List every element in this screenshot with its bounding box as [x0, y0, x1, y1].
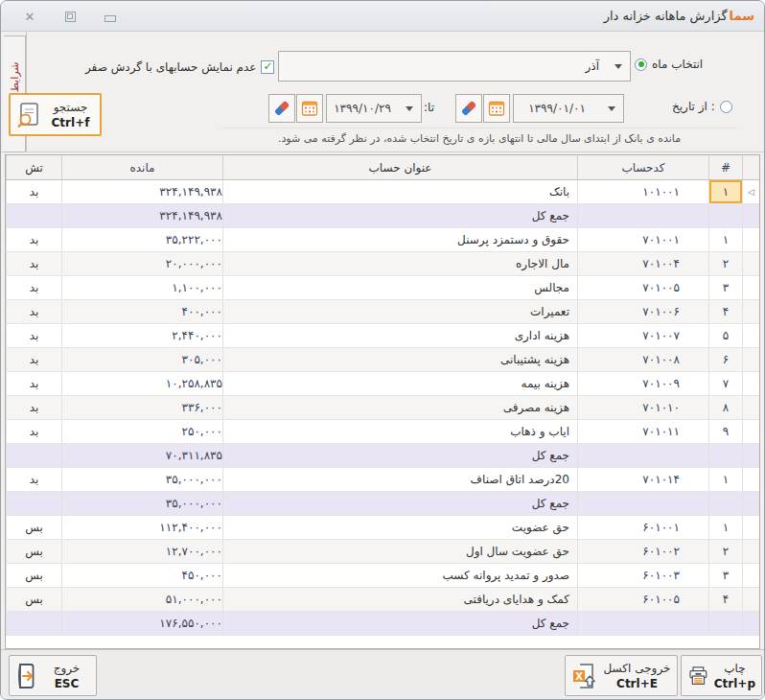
grid-header: # کدحساب عنوان حساب مانده تش: [6, 155, 759, 180]
balance-cell: ۱,۱۰۰,۰۰۰: [61, 276, 222, 299]
type-cell: [6, 612, 61, 635]
table-row[interactable]: ۳ ۷۰۱۰۰۵ مجالس ۱,۱۰۰,۰۰۰ بد: [6, 276, 759, 300]
account-title-cell: مال الاجاره: [222, 252, 577, 275]
row-number-cell: ۷: [708, 372, 742, 395]
month-select[interactable]: آذر: [278, 51, 631, 82]
table-row[interactable]: ۴ ۶۰۱۰۰۵ کمک و هدایای دریافتی ۵۱,۰۰۰,۰۰۰…: [6, 588, 759, 612]
row-selector-icon: [742, 372, 759, 395]
search-conditions-panel: شرایط جستجو انتخاب ماه آذر عدم نمایش حسا…: [1, 32, 764, 152]
row-number-cell: ۱: [708, 468, 742, 491]
chevron-down-icon: [406, 106, 413, 111]
search-button-shortcut: Ctrl+f: [52, 116, 90, 129]
type-cell: بس: [6, 564, 61, 587]
type-cell: بس: [6, 588, 61, 611]
type-cell: [6, 492, 61, 515]
account-code-cell: ۷۰۱۰۰۷: [577, 324, 708, 347]
account-code-cell: ۶۰۱۰۰۱: [577, 516, 708, 539]
balance-cell: ۳۳۶,۰۰۰: [61, 396, 222, 419]
account-code-cell: ۶۰۱۰۰۲: [577, 540, 708, 563]
header-account-code[interactable]: کدحساب: [577, 155, 708, 179]
row-number-cell: ۴: [708, 588, 742, 611]
window-title: گزارش ماهانه خزانه دار: [604, 9, 728, 23]
print-button-label: چاپ: [724, 662, 745, 675]
exit-button[interactable]: خروج ESC: [9, 655, 97, 696]
account-code-cell: [577, 492, 708, 515]
header-account-title[interactable]: عنوان حساب: [222, 155, 577, 179]
to-date-clear-button[interactable]: [268, 94, 295, 123]
from-date-field[interactable]: ۱۳۹۹/۰۱/۰۱: [513, 94, 624, 123]
calendar-icon: [301, 100, 318, 117]
balance-cell: ۷۰,۳۱۱,۸۳۵: [61, 444, 222, 467]
balance-cell: ۳۲۴,۱۴۹,۹۳۸: [61, 204, 222, 227]
row-selector-icon: [742, 252, 759, 275]
account-title-cell: کمک و هدایای دریافتی: [222, 588, 577, 611]
window-controls: ✕: [22, 1, 118, 32]
table-row[interactable]: جمع کل ۳۵,۰۰۰,۰۰۰: [6, 492, 759, 516]
table-row[interactable]: ◁ ۱ ۱۰۱۰۰۱ بانک ۳۲۴,۱۴۹,۹۳۸ بد: [6, 180, 759, 204]
table-row[interactable]: جمع کل ۱۷۶,۵۵۰,۰۰۰: [6, 612, 759, 636]
date-radio[interactable]: [720, 101, 732, 113]
hide-zero-checkbox-row[interactable]: عدم نمایش حسابهای با گردش صفر ✓: [85, 60, 274, 74]
search-icon: [16, 102, 41, 128]
table-row[interactable]: ۸ ۷۰۱۰۱۰ هزینه مصرفی ۳۳۶,۰۰۰ بد: [6, 396, 759, 420]
to-date-field[interactable]: ۱۳۹۹/۱۰/۲۹: [326, 94, 422, 123]
table-row[interactable]: ۱ ۷۰۱۰۱۴ 20درصد اتاق اصناف ۳۵,۰۰۰,۰۰۰ بد: [6, 468, 759, 492]
table-row[interactable]: ۲ ۶۰۱۰۰۲ حق عضویت سال اول ۱۲,۷۰۰,۰۰۰ بس: [6, 540, 759, 564]
row-number-cell: ۱: [708, 180, 742, 203]
row-selector-icon: [742, 612, 759, 635]
printer-icon: [687, 663, 709, 689]
row-number-cell: ۴: [708, 300, 742, 323]
table-row[interactable]: ۴ ۷۰۱۰۰۶ تعمیرات ۴۰۰,۰۰۰ بد: [6, 300, 759, 324]
type-cell: بد: [6, 420, 61, 443]
table-row[interactable]: ۶ ۷۰۱۰۰۸ هزینه پشتیبانی ۳۰۵,۰۰۰ بد: [6, 348, 759, 372]
account-title-cell: حق عضویت سال اول: [222, 540, 577, 563]
hide-zero-checkbox-label: عدم نمایش حسابهای با گردش صفر: [85, 60, 256, 74]
chevron-down-icon: [614, 64, 622, 69]
account-code-cell: ۷۰۱۰۰۱: [577, 228, 708, 251]
balance-cell: ۲۰,۰۰۰,۰۰۰: [61, 252, 222, 275]
type-cell: بد: [6, 276, 61, 299]
balance-cell: ۱۲,۷۰۰,۰۰۰: [61, 540, 222, 563]
date-radio-group: از تاریخ :: [672, 100, 732, 113]
balance-cell: ۳۰۵,۰۰۰: [61, 348, 222, 371]
svg-text:X: X: [575, 670, 583, 681]
table-row[interactable]: جمع کل ۳۲۴,۱۴۹,۹۳۸: [6, 204, 759, 228]
search-button[interactable]: جستجو Ctrl+f: [9, 93, 102, 136]
table-row[interactable]: ۹ ۷۰۱۰۱۱ ایاب و ذهاب ۲۵۰,۰۰۰ بد: [6, 420, 759, 444]
balance-cell: ۲,۴۴۰,۰۰۰: [61, 324, 222, 347]
maximize-icon[interactable]: [62, 9, 78, 24]
header-balance[interactable]: مانده: [61, 155, 222, 179]
hide-zero-checkbox[interactable]: ✓: [261, 60, 274, 74]
row-number-cell: ۲: [708, 540, 742, 563]
to-date-calendar-button[interactable]: [296, 94, 323, 123]
to-date-value: ۱۳۹۹/۱۰/۲۹: [327, 102, 398, 115]
table-row[interactable]: جمع کل ۷۰,۳۱۱,۸۳۵: [6, 444, 759, 468]
table-row[interactable]: ۱ ۷۰۱۰۰۱ حقوق و دستمزد پرسنل ۳۵,۲۲۲,۰۰۰ …: [6, 228, 759, 252]
account-title-cell: جمع کل: [222, 204, 577, 227]
month-radio[interactable]: [635, 58, 647, 71]
check-icon: ✓: [263, 60, 272, 72]
from-date-calendar-button[interactable]: [483, 94, 510, 123]
from-date-clear-button[interactable]: [455, 94, 482, 123]
table-row[interactable]: ۵ ۷۰۱۰۰۷ هزینه اداری ۲,۴۴۰,۰۰۰ بد: [6, 324, 759, 348]
table-row[interactable]: ۲ ۷۰۱۰۰۴ مال الاجاره ۲۰,۰۰۰,۰۰۰ بد: [6, 252, 759, 276]
table-row[interactable]: ۳ ۶۰۱۰۰۳ صدور و تمدید پروانه کسب ۴۵۰,۰۰۰…: [6, 564, 759, 588]
print-button[interactable]: چاپ Ctrl+p: [681, 655, 762, 696]
header-row-number[interactable]: #: [708, 155, 742, 179]
minimize-glyph: [104, 15, 116, 22]
search-button-label: جستجو: [54, 101, 88, 114]
minimize-icon[interactable]: [103, 9, 118, 24]
month-radio-label: انتخاب ماه: [652, 58, 703, 71]
excel-export-button[interactable]: X خروجی اکسل Ctrl+E: [565, 655, 678, 696]
balance-cell: ۳۵,۰۰۰,۰۰۰: [61, 492, 222, 515]
table-row[interactable]: ۱ ۶۰۱۰۰۱ حق عضویت ۱۱۲,۴۰۰,۰۰۰ بس: [6, 516, 759, 540]
footer-bar: خروج ESC X خروجی اکسل Ctrl+E: [1, 649, 764, 699]
row-selector-icon: [742, 348, 759, 371]
account-code-cell: ۶۰۱۰۰۳: [577, 564, 708, 587]
table-row[interactable]: ۷ ۷۰۱۰۰۹ هزینه بیمه ۱۰,۲۵۸,۸۳۵ بد: [6, 372, 759, 396]
header-type[interactable]: تش: [6, 155, 61, 179]
close-icon[interactable]: ✕: [22, 9, 37, 24]
account-code-cell: ۷۰۱۰۰۵: [577, 276, 708, 299]
row-number-cell: [708, 492, 742, 515]
month-select-value: آذر: [279, 59, 607, 73]
